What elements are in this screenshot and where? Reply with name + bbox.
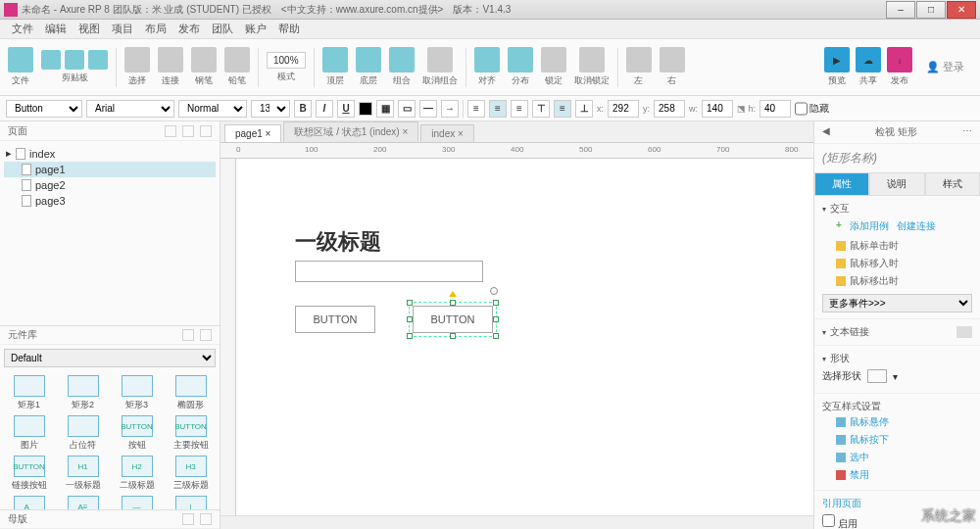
italic-button[interactable]: I xyxy=(316,100,333,118)
canvas[interactable]: 一级标题 BUTTON BUTTON xyxy=(236,159,813,515)
add-case-link[interactable]: 添加用例 xyxy=(850,219,889,233)
more-events-select[interactable]: 更多事件>>> xyxy=(822,294,972,313)
style-pressed[interactable]: 鼠标按下 xyxy=(822,431,972,449)
preview-icon[interactable]: ▶ xyxy=(824,47,850,72)
canvas-button-1[interactable]: BUTTON xyxy=(295,306,375,333)
distribute-icon[interactable] xyxy=(508,47,533,72)
tab-index[interactable]: index × xyxy=(420,124,474,142)
tree-page1[interactable]: page1 xyxy=(4,162,216,177)
front-icon[interactable] xyxy=(322,47,348,72)
widget-item[interactable]: H2二级标题 xyxy=(112,456,162,492)
shape-type-select[interactable]: Button xyxy=(6,100,82,118)
login-button[interactable]: 👤 登录 xyxy=(918,56,972,78)
style-disabled[interactable]: 禁用 xyxy=(822,466,972,484)
tab-region[interactable]: 联想区域 / 状态1 (index) × xyxy=(283,121,418,142)
widget-item[interactable]: H3三级标题 xyxy=(166,456,216,492)
close-button[interactable]: ✕ xyxy=(947,1,976,19)
group-icon[interactable] xyxy=(389,47,415,72)
tab-page1[interactable]: page1 × xyxy=(224,124,281,142)
align-c-button[interactable]: ≡ xyxy=(489,100,507,118)
connect-tool[interactable] xyxy=(158,47,183,72)
back-icon[interactable] xyxy=(356,47,381,72)
file-icon[interactable] xyxy=(8,47,33,72)
widget-item[interactable]: A≡文本段落 xyxy=(58,496,108,509)
widget-item[interactable]: —水平线 xyxy=(112,496,162,509)
add-folder-icon[interactable] xyxy=(182,125,194,137)
align-l-button[interactable]: ≡ xyxy=(467,100,485,118)
library-select[interactable]: Default xyxy=(4,349,216,367)
bold-button[interactable]: B xyxy=(294,100,312,118)
menu-help[interactable]: 帮助 xyxy=(272,22,306,36)
menu-layout[interactable]: 布局 xyxy=(139,22,172,36)
ungroup-icon[interactable] xyxy=(427,47,453,72)
enable-checkbox[interactable] xyxy=(822,514,835,527)
color-button[interactable] xyxy=(359,102,372,116)
hidden-checkbox[interactable] xyxy=(795,100,808,118)
widget-item[interactable]: BUTTON主要按钮 xyxy=(166,415,216,452)
cut-icon[interactable] xyxy=(41,50,61,70)
add-master-icon[interactable] xyxy=(182,513,194,525)
widget-item[interactable]: 椭圆形 xyxy=(166,375,216,411)
zoom-select[interactable]: 100% xyxy=(267,52,306,69)
menu-project[interactable]: 项目 xyxy=(106,22,139,36)
shape-picker[interactable] xyxy=(867,369,887,383)
maximize-button[interactable]: □ xyxy=(916,1,946,19)
widget-item[interactable]: 占位符 xyxy=(58,415,108,452)
pencil-tool[interactable] xyxy=(224,47,250,72)
align-left-icon[interactable] xyxy=(626,47,652,72)
x-input[interactable] xyxy=(608,100,639,118)
style-selected[interactable]: 选中 xyxy=(822,449,972,466)
lib-menu-icon[interactable] xyxy=(182,329,194,341)
publish-icon[interactable]: ↓ xyxy=(887,47,912,72)
master-search-icon[interactable] xyxy=(200,513,212,525)
copy-icon[interactable] xyxy=(65,50,84,70)
pen-tool[interactable] xyxy=(191,47,217,72)
widget-item[interactable]: 矩形1 xyxy=(4,375,54,411)
lock-icon[interactable] xyxy=(541,47,566,72)
canvas-button-2[interactable]: BUTTON xyxy=(413,306,493,333)
underline-button[interactable]: U xyxy=(337,100,355,118)
create-link[interactable]: 创建连接 xyxy=(897,219,936,233)
canvas-input[interactable] xyxy=(295,261,483,282)
border-button[interactable]: ▭ xyxy=(398,100,416,118)
widget-item[interactable]: 矩形3 xyxy=(112,375,162,411)
ref-page-link[interactable]: 引用页面 xyxy=(822,497,972,510)
widget-item[interactable]: BUTTON按钮 xyxy=(112,415,162,452)
w-input[interactable] xyxy=(702,100,733,118)
tree-root[interactable]: ▸ index xyxy=(4,145,216,162)
widget-item[interactable]: |垂直线 xyxy=(166,496,216,509)
align-r-button[interactable]: ≡ xyxy=(511,100,528,118)
canvas-heading[interactable]: 一级标题 xyxy=(295,227,381,257)
tree-page2[interactable]: page2 xyxy=(4,177,216,193)
valign-b-button[interactable]: ⊥ xyxy=(575,100,593,118)
widget-item[interactable]: 图片 xyxy=(4,415,54,452)
menu-account[interactable]: 账户 xyxy=(239,22,272,36)
search-icon[interactable] xyxy=(200,125,212,137)
style-hover[interactable]: 鼠标悬停 xyxy=(822,413,972,431)
select-tool[interactable] xyxy=(124,47,150,72)
arrow-button[interactable]: → xyxy=(441,100,459,118)
y-input[interactable] xyxy=(654,100,685,118)
fill-button[interactable]: ▦ xyxy=(376,100,394,118)
paste-icon[interactable] xyxy=(88,50,108,70)
widget-item[interactable]: H1一级标题 xyxy=(58,456,108,492)
minimize-button[interactable]: – xyxy=(886,1,915,19)
align-right-icon[interactable] xyxy=(660,47,685,72)
weight-select[interactable]: Normal xyxy=(178,100,247,118)
line-button[interactable]: — xyxy=(419,100,437,118)
widget-item[interactable]: A_文本标签 xyxy=(4,496,54,509)
menu-file[interactable]: 文件 xyxy=(6,22,39,36)
insp-tab-props[interactable]: 属性 xyxy=(814,172,869,196)
event-click[interactable]: 鼠标单击时 xyxy=(822,237,972,255)
font-select[interactable]: Arial xyxy=(86,100,174,118)
insp-tab-notes[interactable]: 说明 xyxy=(869,172,924,196)
valign-m-button[interactable]: ≡ xyxy=(554,100,571,118)
align-icon[interactable] xyxy=(474,47,500,72)
h-input[interactable] xyxy=(760,100,791,118)
menu-publish[interactable]: 发布 xyxy=(172,22,206,36)
event-mousein[interactable]: 鼠标移入时 xyxy=(822,255,972,272)
size-select[interactable]: 13 xyxy=(251,100,290,118)
widget-item[interactable]: BUTTON链接按钮 xyxy=(4,456,54,492)
share-icon[interactable]: ☁ xyxy=(856,47,881,72)
tree-page3[interactable]: page3 xyxy=(4,193,216,209)
